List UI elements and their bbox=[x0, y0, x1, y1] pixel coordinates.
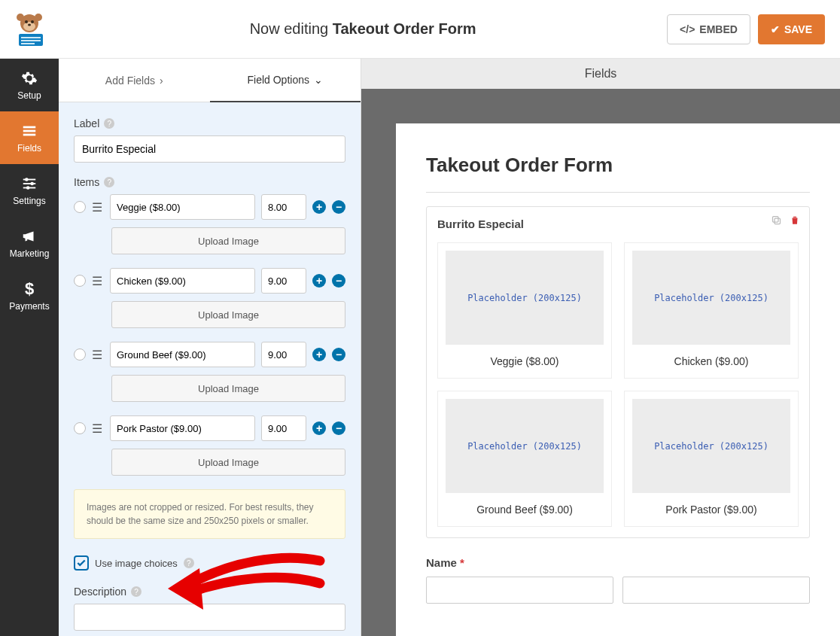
svg-point-19 bbox=[26, 186, 30, 190]
item-row: ☰ + − bbox=[74, 194, 345, 220]
svg-point-15 bbox=[25, 178, 29, 181]
item-price-input[interactable] bbox=[261, 194, 306, 220]
nav-marketing[interactable]: Marketing bbox=[0, 217, 59, 269]
item-name-input[interactable] bbox=[110, 415, 255, 441]
item-price-input[interactable] bbox=[261, 415, 306, 441]
last-name-input[interactable] bbox=[622, 577, 810, 604]
items-heading: Items ? bbox=[74, 176, 345, 188]
nav-fields[interactable]: Fields bbox=[0, 111, 59, 164]
drag-handle-icon[interactable]: ☰ bbox=[92, 348, 104, 362]
list-icon bbox=[20, 122, 38, 140]
label-input[interactable] bbox=[74, 135, 345, 163]
nav-label: Marketing bbox=[10, 248, 50, 259]
choice-option[interactable]: Placeholder (200x125) Pork Pastor ($9.00… bbox=[624, 391, 799, 527]
remove-item-icon[interactable]: − bbox=[332, 200, 345, 214]
radio-default[interactable] bbox=[74, 275, 86, 287]
radio-default[interactable] bbox=[74, 201, 86, 213]
upload-image-button[interactable]: Upload Image bbox=[111, 301, 345, 328]
item-price-input[interactable] bbox=[261, 268, 306, 294]
tab-field-options[interactable]: Field Options ⌄ bbox=[210, 59, 361, 102]
svg-point-4 bbox=[25, 20, 28, 23]
item-name-input[interactable] bbox=[110, 194, 255, 220]
dollar-icon: $ bbox=[20, 280, 38, 298]
svg-point-17 bbox=[30, 182, 34, 186]
nav-label: Setup bbox=[17, 90, 41, 101]
upload-image-button[interactable]: Upload Image bbox=[111, 227, 345, 254]
preview-block-title: Burrito Especial bbox=[437, 218, 799, 230]
svg-rect-12 bbox=[23, 130, 36, 132]
choice-label: Veggie ($8.00) bbox=[446, 355, 604, 370]
placeholder-image: Placeholder (200x125) bbox=[632, 251, 790, 345]
help-icon[interactable]: ? bbox=[104, 118, 114, 129]
drag-handle-icon[interactable]: ☰ bbox=[92, 274, 104, 288]
use-image-choices-checkbox[interactable] bbox=[74, 555, 89, 571]
svg-point-6 bbox=[28, 23, 31, 26]
sliders-icon bbox=[20, 175, 38, 193]
drag-handle-icon[interactable]: ☰ bbox=[92, 421, 104, 436]
drag-handle-icon[interactable]: ☰ bbox=[92, 200, 104, 215]
svg-point-5 bbox=[31, 20, 34, 23]
upload-image-button[interactable]: Upload Image bbox=[111, 375, 345, 402]
placeholder-image: Placeholder (200x125) bbox=[632, 399, 790, 493]
preview-section-title: Fields bbox=[361, 59, 840, 89]
svg-rect-21 bbox=[773, 217, 779, 223]
svg-rect-8 bbox=[21, 37, 41, 38]
remove-item-icon[interactable]: − bbox=[332, 348, 345, 361]
svg-point-2 bbox=[35, 14, 42, 21]
nav-settings[interactable]: Settings bbox=[0, 164, 59, 217]
logo bbox=[0, 0, 59, 59]
radio-default[interactable] bbox=[74, 422, 86, 434]
help-icon[interactable]: ? bbox=[104, 177, 114, 187]
help-icon[interactable]: ? bbox=[131, 586, 142, 597]
image-notice: Images are not cropped or resized. For b… bbox=[74, 489, 345, 539]
choice-option[interactable]: Placeholder (200x125) Veggie ($8.00) bbox=[437, 242, 612, 379]
save-button[interactable]: ✔ SAVE bbox=[758, 14, 825, 44]
item-row: ☰ + − bbox=[74, 415, 345, 441]
first-name-input[interactable] bbox=[426, 577, 613, 604]
nav-payments[interactable]: $ Payments bbox=[0, 269, 59, 322]
name-field-label: Name * bbox=[426, 556, 810, 569]
description-input[interactable] bbox=[74, 604, 345, 631]
add-item-icon[interactable]: + bbox=[312, 200, 326, 214]
item-row: ☰ + − bbox=[74, 342, 345, 367]
use-image-choices-label: Use image choices bbox=[95, 558, 178, 569]
placeholder-image: Placeholder (200x125) bbox=[446, 399, 604, 493]
svg-rect-11 bbox=[23, 126, 36, 129]
preview-field-block[interactable]: Burrito Especial Placeholder (200x125) V… bbox=[426, 206, 810, 538]
description-heading: Description ? bbox=[74, 586, 345, 598]
item-name-input[interactable] bbox=[110, 268, 255, 294]
code-icon: </> bbox=[680, 23, 695, 35]
choice-option[interactable]: Placeholder (200x125) Ground Beef ($9.00… bbox=[437, 391, 612, 527]
choice-label: Pork Pastor ($9.00) bbox=[632, 504, 790, 519]
nav-label: Payments bbox=[9, 301, 49, 312]
upload-image-button[interactable]: Upload Image bbox=[111, 449, 345, 476]
duplicate-icon[interactable] bbox=[771, 215, 782, 228]
choice-option[interactable]: Placeholder (200x125) Chicken ($9.00) bbox=[624, 242, 799, 379]
check-icon: ✔ bbox=[771, 23, 780, 35]
embed-button[interactable]: </> EMBED bbox=[667, 14, 750, 44]
svg-rect-20 bbox=[775, 218, 781, 224]
svg-point-1 bbox=[17, 14, 24, 21]
add-item-icon[interactable]: + bbox=[312, 274, 326, 288]
remove-item-icon[interactable]: − bbox=[332, 274, 345, 288]
nav-label: Fields bbox=[17, 143, 41, 154]
trash-icon[interactable] bbox=[790, 215, 800, 228]
nav-setup[interactable]: Setup bbox=[0, 59, 59, 111]
svg-rect-10 bbox=[21, 43, 35, 44]
help-icon[interactable]: ? bbox=[184, 558, 194, 568]
choice-label: Chicken ($9.00) bbox=[632, 355, 790, 370]
remove-item-icon[interactable]: − bbox=[332, 421, 345, 435]
item-name-input[interactable] bbox=[110, 342, 255, 367]
item-price-input[interactable] bbox=[261, 342, 306, 367]
svg-point-3 bbox=[23, 22, 35, 31]
radio-default[interactable] bbox=[74, 348, 86, 361]
tab-add-fields[interactable]: Add Fields › bbox=[59, 59, 210, 102]
add-item-icon[interactable]: + bbox=[312, 348, 326, 361]
svg-rect-13 bbox=[23, 134, 36, 136]
choice-label: Ground Beef ($9.00) bbox=[446, 504, 604, 519]
editing-title: Now editing Takeout Order Form bbox=[59, 20, 667, 38]
add-item-icon[interactable]: + bbox=[312, 421, 326, 435]
gear-icon bbox=[20, 69, 38, 87]
chevron-down-icon: ⌄ bbox=[314, 74, 323, 86]
nav-label: Settings bbox=[13, 196, 45, 206]
